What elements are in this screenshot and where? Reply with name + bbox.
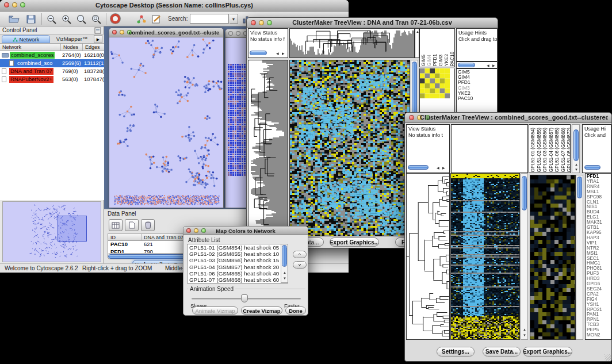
- column-label[interactable]: GPL51-07 (GSM868): [561, 128, 566, 172]
- column-nodes[interactable]: Nodes: [61, 44, 83, 51]
- network-row-dna-tran[interactable]: DNA and Tran 07 769(0) 183728(0): [0, 67, 104, 75]
- scroll-right-icon[interactable]: ▶: [282, 52, 285, 55]
- new-attribute-button[interactable]: [125, 219, 139, 231]
- attribute-item[interactable]: GPL51-01 (GSM854) heat shock 05 min: [188, 244, 288, 251]
- search-dropdown-icon[interactable]: ▼: [230, 14, 238, 24]
- network-diagram-icon[interactable]: [136, 14, 147, 25]
- correlation-matrix-canvas[interactable]: [420, 68, 450, 98]
- zoom-heatmap-canvas[interactable]: [530, 175, 575, 339]
- tab-vizmapper[interactable]: VizMapper™: [51, 35, 93, 43]
- minimize-icon[interactable]: [259, 20, 264, 25]
- close-icon[interactable]: [409, 115, 414, 120]
- scrollbar-thumb[interactable]: [282, 245, 287, 267]
- slider-thumb[interactable]: [241, 294, 248, 302]
- scroll-down-icon[interactable]: ▼: [523, 334, 526, 337]
- scroll-up-icon[interactable]: ▲: [523, 328, 526, 331]
- zoom-out-icon[interactable]: [46, 14, 58, 25]
- column-dendrogram-panel[interactable]: [451, 124, 528, 173]
- minimize-icon[interactable]: [194, 228, 198, 233]
- attribute-item[interactable]: GPL51-06 (GSM865) heat shock 40 min: [188, 270, 288, 277]
- annotation-icon[interactable]: [151, 14, 162, 25]
- heatmap-canvas[interactable]: [290, 60, 410, 236]
- window-controls[interactable]: [251, 20, 272, 25]
- scrollbar-thumb[interactable]: [577, 177, 582, 198]
- column-dendrogram-canvas[interactable]: [290, 29, 414, 58]
- close-icon[interactable]: [186, 228, 191, 233]
- scroll-right-icon[interactable]: ▶: [442, 166, 445, 170]
- network-row-combined-scores[interactable]: combined_scores 2764(0) 16218(0): [0, 51, 104, 59]
- column-label[interactable]: GPL51-08 (GSM872): [567, 128, 571, 172]
- treeview-combined-titlebar[interactable]: ClusterMaker TreeView : combined_scores_…: [405, 113, 611, 123]
- column-label[interactable]: YKE2: [444, 54, 449, 66]
- gene-list-item[interactable]: MON2: [586, 333, 611, 338]
- delete-attribute-button[interactable]: [141, 219, 155, 231]
- attribute-item[interactable]: GPL51-02 (GSM855) heat shock 10 min: [188, 251, 288, 257]
- resize-grip[interactable]: [605, 354, 611, 361]
- float-panel-icon[interactable]: [94, 27, 101, 34]
- close-icon[interactable]: [228, 31, 233, 36]
- export-graphics-button[interactable]: Export Graphics...: [523, 347, 572, 357]
- window-controls[interactable]: [228, 31, 248, 36]
- zoom-window-icon[interactable]: [201, 228, 206, 233]
- network-row-rnapuber[interactable]: RNAPuberNov2+ 563(0) 107847(0): [0, 75, 104, 83]
- scroll-right-icon[interactable]: ▶: [492, 64, 495, 67]
- scrollbar-thumb[interactable]: [408, 165, 429, 170]
- column-label[interactable]: GPL51-01 (GSM854): [530, 128, 536, 172]
- settings-button[interactable]: Settings...: [437, 347, 475, 357]
- scroll-up-icon[interactable]: ▲: [283, 271, 286, 274]
- save-data-button[interactable]: Save Data...: [483, 347, 521, 357]
- scrollbar-thumb[interactable]: [250, 51, 267, 55]
- move-up-button[interactable]: ^: [293, 251, 307, 258]
- column-label[interactable]: GPL51-06 (GSM865): [554, 128, 560, 172]
- column-label[interactable]: PAC10: [450, 52, 455, 66]
- row-dendrogram-canvas[interactable]: [407, 174, 449, 339]
- done-button[interactable]: Done: [285, 306, 306, 315]
- animate-vizmap-button[interactable]: Animate Vizmap: [192, 306, 238, 315]
- zoom-fit-icon[interactable]: [91, 14, 102, 25]
- window-controls[interactable]: [186, 228, 206, 233]
- scroll-left-icon[interactable]: ◀: [487, 64, 489, 67]
- zoom-in-icon[interactable]: [61, 14, 72, 25]
- heatmap-canvas[interactable]: [451, 174, 519, 339]
- help-lifering-icon[interactable]: [110, 14, 120, 24]
- create-vizmap-button[interactable]: Create Vizmap: [241, 306, 282, 315]
- minimize-icon[interactable]: [12, 2, 17, 7]
- minimize-icon[interactable]: [120, 30, 124, 35]
- attribute-item[interactable]: GPL51-03 (GSM856) heat shock 15 min: [188, 257, 288, 263]
- inner-titlebar[interactable]: combined_scores_good.txt--cluste...: [109, 28, 223, 37]
- scroll-down-icon[interactable]: ▼: [575, 168, 578, 171]
- dialog-titlebar[interactable]: Map Colors to Network: [183, 227, 308, 235]
- column-edges[interactable]: Edges: [83, 44, 104, 51]
- column-label[interactable]: GPL51-04 (GSM857): [549, 128, 554, 172]
- column-label[interactable]: GPL51-03 (GSM856): [542, 128, 548, 172]
- column-label[interactable]: PFD1: [433, 54, 438, 66]
- scroll-up-icon[interactable]: ▲: [575, 163, 578, 166]
- scrollbar-thumb[interactable]: [522, 176, 527, 210]
- main-titlebar[interactable]: Cytoscape Desktop (Session Name: collins…: [0, 0, 349, 12]
- close-icon[interactable]: [4, 2, 9, 7]
- column-id[interactable]: ID: [108, 234, 141, 241]
- attribute-item[interactable]: GPL51-07 (GSM868) heat shock 60 min: [188, 277, 288, 283]
- move-down-button[interactable]: v: [293, 261, 307, 269]
- window-controls[interactable]: [4, 2, 25, 7]
- scroll-left-icon[interactable]: ◀: [276, 52, 279, 55]
- scroll-left-icon[interactable]: ◀: [437, 166, 439, 170]
- row-dendrogram-canvas[interactable]: [248, 60, 288, 236]
- scrollbar-thumb[interactable]: [573, 129, 579, 161]
- close-icon[interactable]: [251, 20, 256, 25]
- column-label[interactable]: GPL51-02 (GSM855): [537, 128, 542, 172]
- zoom-selected-icon[interactable]: [76, 14, 87, 25]
- column-label[interactable]: GIM3: [438, 55, 443, 66]
- network-row-combined-sco-selected[interactable]: combined_sco 2569(6) 13112(15): [0, 59, 104, 67]
- attribute-item[interactable]: GPL51-04 (GSM857) heat shock 20 min: [188, 264, 288, 270]
- export-graphics-button[interactable]: Export Graphics...: [330, 237, 379, 247]
- open-folder-icon[interactable]: [8, 14, 20, 25]
- scrollbar-thumb[interactable]: [458, 63, 475, 67]
- minimize-icon[interactable]: [236, 31, 240, 36]
- network-graph-canvas[interactable]: [109, 37, 223, 208]
- save-icon[interactable]: [25, 14, 37, 25]
- column-network[interactable]: Network: [0, 44, 61, 51]
- tab-overflow-icon[interactable]: ▶: [94, 35, 102, 43]
- network-overview-canvas[interactable]: [3, 202, 101, 262]
- close-icon[interactable]: [112, 30, 117, 35]
